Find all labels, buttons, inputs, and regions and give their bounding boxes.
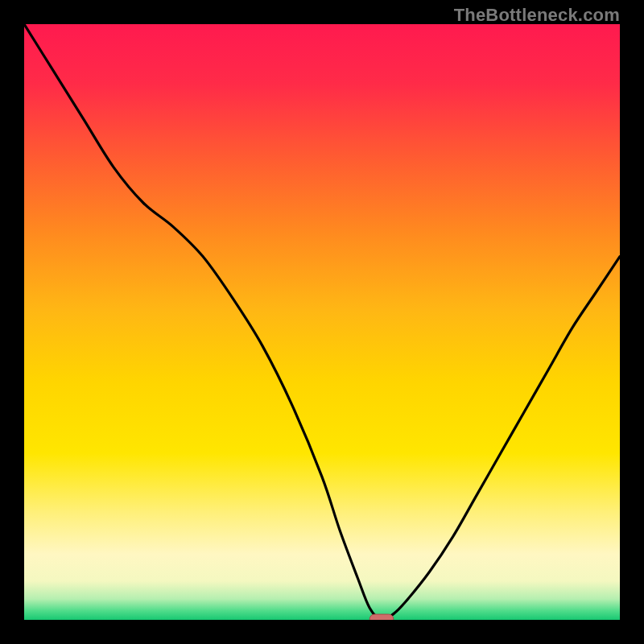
watermark-text: TheBottleneck.com	[454, 5, 620, 26]
plot-area	[24, 24, 620, 620]
chart-frame: TheBottleneck.com	[0, 0, 644, 644]
chart-svg	[24, 24, 620, 620]
optimal-marker	[369, 614, 394, 620]
bottleneck-curve	[24, 24, 620, 620]
